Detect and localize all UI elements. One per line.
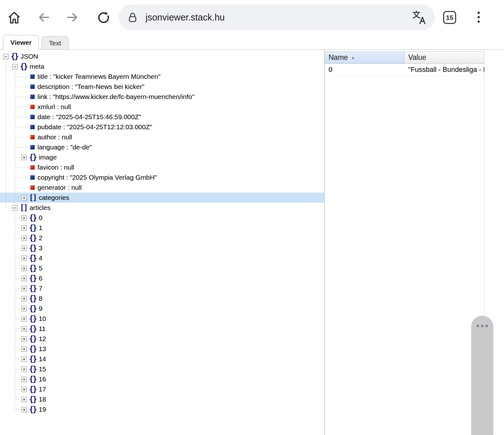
site-security-lock-icon[interactable] (127, 11, 139, 23)
tree-node-label: generator : null (37, 184, 82, 191)
expand-icon[interactable]: + (21, 407, 27, 412)
tree-node-0[interactable]: +{}0 (0, 213, 324, 223)
tree-node-generator[interactable]: generator : null (0, 183, 324, 193)
tree-branch-line (15, 258, 21, 258)
expand-icon[interactable]: + (21, 387, 27, 392)
grid-row[interactable]: 0"Fussball - Bundesliga - B… (325, 64, 484, 76)
tree-node-17[interactable]: +{}17 (0, 384, 324, 394)
tree-node-author[interactable]: author : null (0, 132, 324, 142)
collapse-icon[interactable]: − (3, 54, 9, 59)
tree-node-11[interactable]: +{}11 (0, 324, 324, 334)
translate-icon[interactable] (411, 10, 427, 25)
expand-icon[interactable]: + (21, 306, 27, 311)
browser-menu-button[interactable] (477, 11, 481, 24)
tree-node-label: 8 (39, 295, 43, 302)
expand-icon[interactable]: + (21, 286, 27, 291)
tree-node-label: 5 (39, 264, 43, 272)
tree-node-5[interactable]: +{}5 (0, 263, 324, 273)
tree-node-pubdate[interactable]: pubdate : "2025-04-25T12:12:03.000Z" (0, 122, 324, 132)
home-button[interactable] (6, 9, 22, 25)
tree-node-2[interactable]: +{}2 (0, 233, 324, 243)
tree-node-meta[interactable]: −{}meta (0, 61, 324, 72)
expand-icon[interactable]: + (21, 266, 27, 271)
null-property-icon (30, 185, 35, 190)
grid-column-header-name[interactable]: Name ▲ (325, 52, 404, 63)
tree-node-10[interactable]: +{}10 (0, 314, 324, 324)
tree-node-xmlurl[interactable]: xmlurl : null (0, 102, 324, 112)
tree-node-14[interactable]: +{}14 (0, 354, 324, 364)
expand-icon[interactable]: + (21, 276, 27, 281)
expand-icon[interactable]: + (21, 336, 27, 342)
tab-switcher-button[interactable]: 15 (443, 11, 456, 24)
grid-column-header-value[interactable]: Value (404, 52, 484, 63)
expand-icon[interactable]: + (21, 326, 27, 332)
forward-button[interactable] (65, 10, 80, 25)
tree-node-15[interactable]: +{}15 (0, 364, 324, 374)
tree-node-8[interactable]: +{}8 (0, 293, 324, 304)
tree-node-description[interactable]: description : "Team-News bei kicker" (0, 82, 324, 92)
collapse-icon[interactable]: − (12, 205, 18, 211)
url-text[interactable]: jsonviewer.stack.hu (146, 12, 411, 23)
tree-branch-line (15, 218, 21, 218)
expand-icon[interactable]: + (21, 296, 27, 301)
expand-icon[interactable]: + (21, 256, 27, 261)
tree-rows: −{}JSON−{}metatitle : "kicker Teamnews B… (0, 51, 324, 415)
tree-guide-line (15, 211, 15, 409)
tree-node-date[interactable]: date : "2025-04-25T15:46:59.000Z" (0, 112, 324, 122)
tree-branch-line (15, 97, 29, 97)
tree-node-language[interactable]: language : "de-de" (0, 142, 324, 152)
expand-icon[interactable]: + (21, 195, 27, 200)
tree-node-19[interactable]: +{}19 (0, 404, 324, 415)
tree-node-label: meta (30, 63, 44, 70)
tree-node-3[interactable]: +{}3 (0, 243, 324, 253)
expand-icon[interactable]: + (21, 316, 27, 322)
object-icon: {} (20, 63, 27, 70)
address-bar[interactable]: jsonviewer.stack.hu (118, 4, 435, 30)
tree-node-7[interactable]: +{}7 (0, 283, 324, 293)
tree-branch-line (15, 198, 21, 198)
tree-node-18[interactable]: +{}18 (0, 394, 324, 404)
tree-node-12[interactable]: +{}12 (0, 334, 324, 344)
tree-node-16[interactable]: +{}16 (0, 374, 324, 384)
collapse-icon[interactable]: − (12, 64, 18, 69)
tree-branch-line (15, 329, 21, 329)
tree-node-label: 0 (39, 214, 43, 222)
object-icon: {} (29, 345, 36, 353)
tree-node-articles[interactable]: −[]articles (0, 203, 324, 213)
tree-node-favicon[interactable]: favicon : null (0, 162, 324, 172)
expand-icon[interactable]: + (21, 377, 27, 382)
back-button[interactable] (36, 10, 51, 25)
expand-icon[interactable]: + (21, 246, 27, 251)
expand-icon[interactable]: + (21, 155, 27, 160)
expand-icon[interactable]: + (21, 225, 27, 231)
tree-node-link[interactable]: link : "https://www.kicker.de/fc-bayern-… (0, 92, 324, 102)
expand-icon[interactable]: + (21, 215, 27, 221)
expand-icon[interactable]: + (21, 357, 27, 362)
home-icon (6, 9, 22, 25)
tree-node-label: 2 (39, 234, 43, 242)
tab-viewer[interactable]: Viewer (3, 35, 39, 50)
tree-node-4[interactable]: +{}4 (0, 253, 324, 263)
tree-node-label: 14 (39, 355, 46, 363)
tree-node-6[interactable]: +{}6 (0, 273, 324, 283)
tree-node-copyright[interactable]: copyright : "2025 Olympia Verlag GmbH" (0, 172, 324, 183)
tree-node-categories[interactable]: +[]categories (0, 193, 324, 203)
expand-icon[interactable]: + (21, 235, 27, 241)
tree-node-image[interactable]: +{}image (0, 152, 324, 162)
tree-node-label: 15 (39, 365, 46, 373)
tree-node-1[interactable]: +{}1 (0, 223, 324, 233)
scrollbar-menu-dots-icon (477, 325, 488, 328)
expand-icon[interactable]: + (21, 397, 27, 402)
tree-node-13[interactable]: +{}13 (0, 344, 324, 354)
tree-branch-line (6, 67, 12, 67)
tree-node-json[interactable]: −{}JSON (0, 51, 324, 61)
expand-icon[interactable]: + (21, 367, 27, 372)
string-property-icon (30, 115, 35, 119)
tree-node-label: 3 (39, 244, 43, 252)
tree-node-title[interactable]: title : "kicker Teamnews Bayern München" (0, 72, 324, 82)
scrollbar-thumb[interactable] (471, 316, 493, 435)
tab-text[interactable]: Text (42, 36, 68, 49)
tree-node-9[interactable]: +{}9 (0, 304, 324, 314)
reload-button[interactable] (96, 10, 111, 25)
expand-icon[interactable]: + (21, 346, 27, 352)
